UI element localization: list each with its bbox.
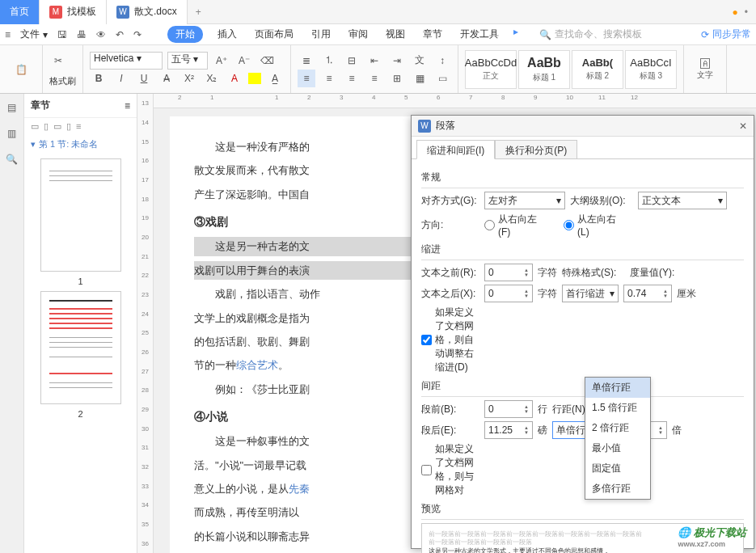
dd-item-1-5[interactable]: 1.5 倍行距 — [585, 398, 650, 418]
ribbon-more-icon[interactable]: ▸ — [513, 26, 518, 43]
dd-item-single[interactable]: 单倍行距 — [585, 378, 650, 398]
section-spacing: 间距 — [421, 379, 744, 393]
section-header[interactable]: ▾ 第 1 节: 未命名 — [24, 135, 137, 154]
rail-thumbs-icon[interactable]: ▤ — [3, 99, 21, 116]
preview-icon[interactable]: 👁 — [96, 29, 106, 40]
border-icon[interactable]: ▭ — [433, 70, 451, 87]
page-thumb-2[interactable] — [40, 291, 121, 404]
clear-format-icon[interactable]: ⌫ — [258, 52, 276, 70]
font-color-icon[interactable]: A — [226, 70, 243, 87]
dialog-tab-indent[interactable]: 缩进和间距(I) — [416, 140, 495, 159]
style-heading3[interactable]: AaBbCcI 标题 3 — [625, 50, 677, 89]
side-tool-5[interactable]: ≡ — [76, 121, 81, 132]
align-center-icon[interactable]: ≡ — [320, 70, 338, 87]
menu-list-icon[interactable]: ≡ — [5, 29, 11, 40]
link-preqin[interactable]: 先秦 — [289, 483, 310, 495]
align-select[interactable]: 左对齐▾ — [484, 192, 565, 209]
close-icon[interactable]: ✕ — [739, 120, 747, 132]
direction-rtl-radio[interactable]: 从右向左(F) — [484, 213, 543, 238]
shading-icon[interactable]: ▦ — [411, 70, 429, 87]
decrease-indent-icon[interactable]: ⇤ — [365, 52, 383, 70]
side-tool-3[interactable]: ▭ — [53, 121, 61, 132]
cut-icon[interactable]: ✂ — [49, 52, 67, 70]
text-after-spinner[interactable]: 0▲▼ — [484, 285, 533, 302]
strike-icon[interactable]: A̶ — [158, 70, 175, 87]
align-right-icon[interactable]: ≡ — [343, 70, 361, 87]
ribbon-tab-section[interactable]: 章节 — [420, 26, 446, 43]
sync-button[interactable]: ⟳ 同步异常 — [701, 27, 751, 41]
distribute-icon[interactable]: ⊞ — [388, 70, 406, 87]
side-tool-2[interactable]: ▯ — [44, 121, 49, 132]
ribbon-tab-start[interactable]: 开始 — [167, 26, 203, 43]
rail-search-icon[interactable]: 🔍 — [3, 150, 21, 168]
ribbon-tab-review[interactable]: 审阅 — [345, 26, 371, 43]
side-tool-4[interactable]: ▯ — [66, 121, 71, 132]
direction-ltr-radio[interactable]: 从左向右(L) — [564, 213, 622, 238]
tab-template[interactable]: M 找模板 — [40, 0, 107, 24]
outline-select[interactable]: 正文文本▾ — [638, 192, 727, 209]
ribbon-tab-view[interactable]: 视图 — [382, 26, 408, 43]
bullet-list-icon[interactable]: ≣ — [298, 52, 315, 70]
text-before-spinner[interactable]: 0▲▼ — [484, 264, 533, 281]
side-panel-menu-icon[interactable]: ≡ — [125, 100, 130, 112]
number-list-icon[interactable]: ⒈ — [320, 52, 338, 70]
ribbon-tab-layout[interactable]: 页面布局 — [251, 26, 297, 43]
style-heading1[interactable]: AaBb 标题 1 — [518, 50, 570, 89]
side-rail: ▤ ▥ 🔍 — [0, 94, 24, 553]
dd-item-multi[interactable]: 多倍行距 — [585, 479, 650, 499]
dd-item-fixed[interactable]: 固定值 — [585, 458, 650, 479]
dialog-tab-linebreak[interactable]: 换行和分页(P) — [495, 140, 577, 158]
ribbon-tab-reference[interactable]: 引用 — [308, 26, 334, 43]
decrease-font-icon[interactable]: A⁻ — [235, 52, 253, 70]
style-normal[interactable]: AaBbCcDd 正文 — [465, 50, 517, 89]
paste-button[interactable]: 📋 — [6, 50, 36, 89]
after-unit: 磅 — [538, 424, 547, 437]
dd-item-min[interactable]: 最小值 — [585, 438, 650, 458]
superscript-icon[interactable]: X² — [180, 70, 198, 87]
page-thumb-1[interactable] — [40, 158, 121, 272]
font-size-select[interactable]: 五号 ▾ — [167, 52, 208, 70]
file-menu[interactable]: 文件 ▾ — [20, 27, 48, 41]
text-direction-icon[interactable]: 文 — [411, 52, 429, 70]
print-icon[interactable]: 🖶 — [77, 29, 87, 40]
style-heading2[interactable]: AaBb( 标题 2 — [572, 50, 623, 89]
side-tool-1[interactable]: ▭ — [31, 121, 39, 132]
underline-icon[interactable]: U — [135, 70, 153, 87]
align-left-icon[interactable]: ≡ — [298, 70, 315, 87]
italic-icon[interactable]: I — [112, 70, 130, 87]
before-spinner[interactable]: 0▲▼ — [484, 400, 533, 418]
save-icon[interactable]: 🖫 — [57, 29, 67, 40]
grid-checkbox[interactable]: 如果定义了文档网格，则与网格对 — [421, 442, 479, 497]
increase-indent-icon[interactable]: ⇥ — [388, 52, 406, 70]
tab-document[interactable]: W 散文.docx — [107, 0, 188, 24]
rail-outline-icon[interactable]: ▥ — [3, 125, 21, 142]
auto-indent-checkbox[interactable]: 如果定义了文档网格，则自动调整右缩进(D) — [421, 306, 479, 374]
tab-add-button[interactable]: + — [188, 6, 209, 18]
highlight-icon[interactable] — [248, 73, 261, 84]
bold-icon[interactable]: B — [90, 70, 108, 87]
redo-icon[interactable]: ↷ — [133, 29, 141, 40]
watermark: 🌐 极光下载站 www.xz7.com — [678, 526, 746, 548]
measure-spinner[interactable]: 0.74▲▼ — [623, 285, 672, 302]
dialog-titlebar[interactable]: W 段落 ✕ — [412, 116, 754, 137]
after-spinner[interactable]: 11.25▲▼ — [484, 421, 533, 439]
line-spacing-icon[interactable]: ↕ — [433, 52, 451, 70]
multilevel-list-icon[interactable]: ⊟ — [343, 52, 361, 70]
ribbon-tab-insert[interactable]: 插入 — [214, 26, 240, 43]
ribbon-tab-devtools[interactable]: 开发工具 — [457, 26, 502, 43]
increase-font-icon[interactable]: A⁺ — [213, 52, 230, 70]
font-select[interactable]: Helvetica ▾ — [90, 52, 163, 70]
ribbon-search[interactable]: 🔍 查找命令、搜索模板 — [539, 27, 642, 41]
dd-item-2[interactable]: 2 倍行距 — [585, 418, 650, 438]
tab-home[interactable]: 首页 — [0, 0, 40, 24]
subscript-icon[interactable]: X₂ — [203, 70, 221, 87]
tab-home-label: 首页 — [10, 5, 29, 19]
dialog-body: 常规 对齐方式(G): 左对齐▾ 大纲级别(O): 正文文本▾ 方向: 从右向左… — [412, 159, 754, 553]
style-more-button[interactable]: 🄰 文字 — [691, 50, 720, 89]
undo-icon[interactable]: ↶ — [116, 29, 124, 40]
special-select[interactable]: 首行缩进▾ — [562, 285, 619, 302]
align-justify-icon[interactable]: ≡ — [365, 70, 383, 87]
char-style-icon[interactable]: A̲ — [266, 70, 284, 87]
link-comprehensive-art[interactable]: 综合艺术 — [236, 359, 278, 371]
para-2: 散文发展而来，代有散文 — [194, 164, 310, 176]
